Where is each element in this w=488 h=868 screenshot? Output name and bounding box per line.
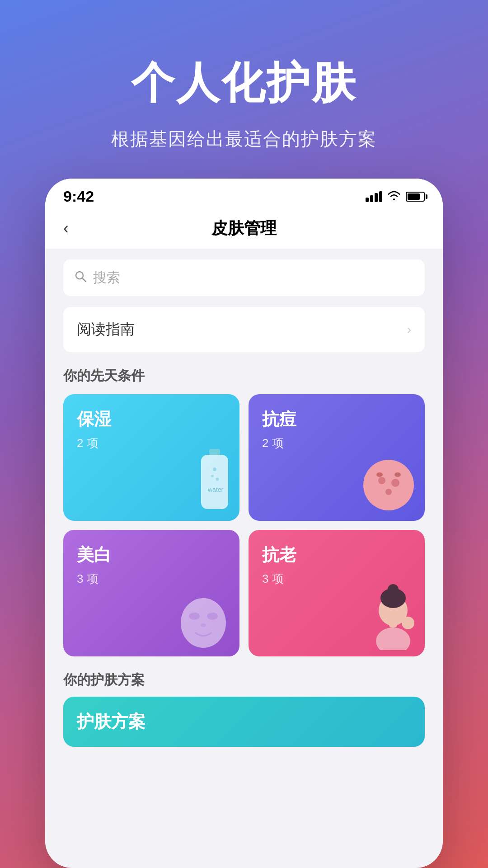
card-name-moisturizing: 保湿 bbox=[77, 408, 226, 431]
svg-point-8 bbox=[363, 460, 414, 510]
status-time: 9:42 bbox=[63, 188, 94, 205]
svg-rect-2 bbox=[209, 449, 220, 455]
signal-bar-2 bbox=[370, 195, 373, 202]
card-name-whitening: 美白 bbox=[77, 543, 226, 566]
svg-point-13 bbox=[394, 472, 401, 477]
signal-bar-4 bbox=[379, 191, 382, 202]
status-icons bbox=[366, 189, 425, 203]
chevron-right-icon: › bbox=[407, 322, 411, 337]
card-moisturizing[interactable]: 保湿 2 项 water bbox=[63, 394, 239, 521]
status-bar: 9:42 bbox=[45, 179, 443, 210]
signal-icon bbox=[366, 191, 382, 202]
svg-point-22 bbox=[388, 584, 399, 595]
guide-label: 阅读指南 bbox=[77, 320, 135, 340]
mask-illustration bbox=[174, 591, 233, 652]
search-icon bbox=[74, 270, 87, 286]
svg-point-17 bbox=[201, 623, 206, 627]
card-antiaging[interactable]: 抗老 3 项 bbox=[249, 530, 425, 656]
svg-point-4 bbox=[213, 467, 216, 471]
nav-bar: ‹ 皮肤管理 bbox=[45, 210, 443, 249]
hero-subtitle: 根据基因给出最适合的护肤方案 bbox=[27, 127, 461, 151]
svg-point-9 bbox=[378, 477, 385, 484]
svg-point-10 bbox=[391, 479, 399, 487]
person-illustration bbox=[368, 578, 418, 652]
svg-point-12 bbox=[376, 472, 383, 477]
card-antiacne[interactable]: 抗痘 2 项 bbox=[249, 394, 425, 521]
svg-point-15 bbox=[189, 613, 200, 620]
card-whitening[interactable]: 美白 3 项 bbox=[63, 530, 239, 656]
svg-point-14 bbox=[181, 598, 226, 648]
conditions-cards-grid: 保湿 2 项 water bbox=[63, 394, 425, 656]
phone-container: 9:42 ‹ 皮肤管理 bbox=[45, 179, 443, 868]
search-bar[interactable]: 搜索 bbox=[63, 259, 425, 296]
search-placeholder: 搜索 bbox=[93, 269, 120, 287]
hero-section: 个人化护肤 根据基因给出最适合的护肤方案 bbox=[0, 0, 488, 179]
battery-fill bbox=[408, 193, 420, 200]
svg-point-6 bbox=[216, 478, 219, 481]
svg-point-11 bbox=[385, 489, 392, 495]
card-count-antiacne: 2 项 bbox=[262, 435, 411, 451]
svg-rect-3 bbox=[201, 455, 228, 509]
svg-point-5 bbox=[211, 475, 214, 477]
skincare-card-label: 护肤方案 bbox=[77, 710, 145, 733]
svg-text:water: water bbox=[207, 486, 224, 493]
hero-title: 个人化护肤 bbox=[27, 54, 461, 113]
bottle-illustration: water bbox=[197, 447, 233, 516]
card-name-antiacne: 抗痘 bbox=[262, 408, 411, 431]
conditions-section-title: 你的先天条件 bbox=[63, 367, 425, 385]
acne-illustration bbox=[359, 456, 418, 516]
signal-bar-1 bbox=[366, 198, 369, 202]
svg-point-16 bbox=[207, 613, 218, 620]
battery-icon bbox=[406, 192, 425, 202]
wifi-icon bbox=[388, 189, 400, 203]
signal-bar-3 bbox=[375, 193, 378, 202]
nav-title: 皮肤管理 bbox=[211, 217, 277, 240]
svg-line-1 bbox=[82, 278, 86, 282]
content-area: 搜索 阅读指南 › 你的先天条件 保湿 2 项 bbox=[45, 249, 443, 866]
skincare-card[interactable]: 护肤方案 bbox=[63, 697, 425, 747]
card-name-antiaging: 抗老 bbox=[262, 543, 411, 566]
svg-point-23 bbox=[402, 617, 414, 629]
guide-row[interactable]: 阅读指南 › bbox=[63, 307, 425, 352]
skincare-section-title: 你的护肤方案 bbox=[63, 671, 425, 689]
back-button[interactable]: ‹ bbox=[63, 219, 69, 238]
svg-point-18 bbox=[376, 627, 410, 650]
card-count-whitening: 3 项 bbox=[77, 571, 226, 587]
